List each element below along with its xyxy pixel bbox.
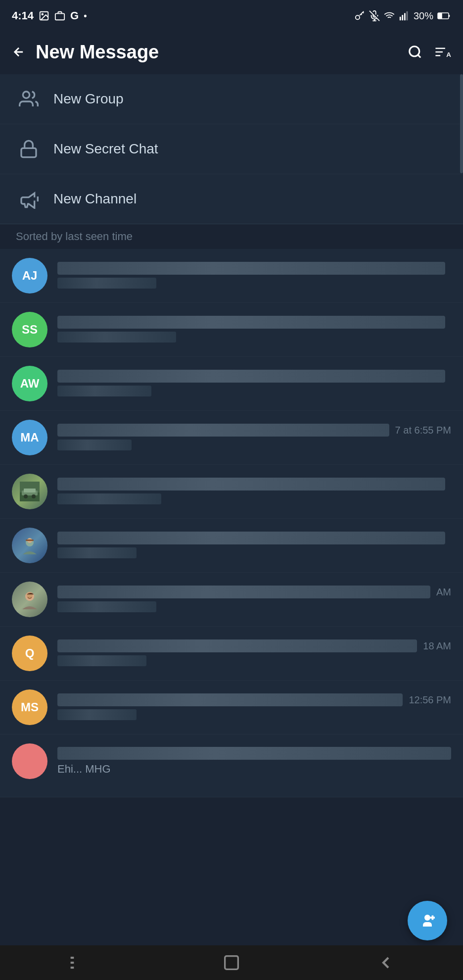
briefcase-icon: [54, 10, 65, 21]
sort-label: Sorted by last seen time: [0, 224, 463, 249]
avatar: SS: [12, 312, 47, 347]
contact-name: [57, 316, 445, 329]
contact-time: 18 AM: [423, 640, 451, 652]
svg-point-27: [32, 494, 36, 498]
mute-icon: [369, 10, 380, 21]
search-button[interactable]: [408, 45, 422, 59]
contact-last-msg: [57, 493, 161, 504]
svg-rect-30: [26, 539, 34, 541]
contact-last-msg: [57, 440, 132, 450]
status-time: 4:14: [12, 9, 34, 22]
svg-point-26: [24, 494, 28, 498]
battery-percent: 30%: [414, 10, 433, 22]
contact-info: 18 AM: [57, 639, 451, 667]
new-group-label: New Group: [53, 91, 124, 107]
contact-last-msg: [57, 601, 156, 612]
back-button[interactable]: [12, 45, 26, 59]
avatar: [12, 528, 47, 563]
svg-rect-11: [407, 11, 408, 20]
list-item[interactable]: Ehi... MHG: [0, 735, 463, 797]
contact-name: [57, 693, 403, 706]
contact-name: [57, 370, 445, 383]
new-secret-chat-item[interactable]: New Secret Chat: [0, 124, 463, 174]
contact-time: AM: [436, 587, 451, 598]
list-item[interactable]: SS: [0, 303, 463, 357]
bottom-nav: [0, 945, 463, 980]
contacts-list: AJ SS AW: [0, 249, 463, 797]
battery-icon: [437, 12, 451, 20]
header-actions: A: [408, 45, 451, 59]
svg-point-3: [356, 15, 360, 19]
list-item[interactable]: Q 18 AM: [0, 627, 463, 681]
avatar: Q: [12, 636, 47, 671]
new-channel-item[interactable]: New Channel: [0, 174, 463, 224]
list-item[interactable]: MS 12:56 PM: [0, 681, 463, 735]
avatar: [12, 474, 47, 509]
avatar: [12, 582, 47, 617]
contact-time: 7 at 6:55 PM: [395, 425, 451, 436]
svg-rect-39: [225, 956, 238, 970]
status-g: G: [70, 9, 79, 22]
new-group-item[interactable]: New Group: [0, 74, 463, 124]
contact-last-msg: [57, 332, 176, 343]
contact-info: 12:56 PM: [57, 693, 451, 721]
svg-point-19: [23, 92, 29, 98]
back-nav-button[interactable]: [376, 953, 396, 973]
wifi-icon: [384, 10, 395, 21]
lock-icon: [16, 136, 42, 162]
list-item[interactable]: AJ: [0, 249, 463, 303]
sort-button[interactable]: A: [434, 45, 451, 59]
list-item[interactable]: [0, 465, 463, 519]
svg-rect-2: [55, 13, 64, 20]
status-bar: 4:14 G • 30%: [0, 0, 463, 30]
list-item[interactable]: AM: [0, 573, 463, 627]
image-icon: [39, 10, 49, 21]
new-secret-chat-label: New Secret Chat: [53, 141, 158, 157]
status-right: 30%: [354, 10, 451, 22]
contact-name: [57, 262, 445, 275]
svg-rect-10: [404, 13, 406, 21]
menu-section: New Group New Secret Chat New Channel: [0, 74, 463, 224]
avatar: AJ: [12, 258, 47, 294]
contact-name: [57, 747, 451, 760]
contact-last-msg: [57, 386, 151, 396]
status-dot: •: [84, 11, 87, 21]
contact-last-msg: Ehi... MHG: [57, 763, 111, 775]
contact-last-msg: [57, 278, 156, 289]
add-contact-fab[interactable]: [408, 901, 447, 940]
svg-point-33: [424, 915, 430, 921]
svg-rect-20: [21, 148, 36, 157]
contact-info: [57, 532, 451, 559]
recents-nav-button[interactable]: [67, 953, 87, 973]
contact-name: [57, 424, 389, 437]
contact-info: [57, 370, 451, 397]
contact-time: 12:56 PM: [409, 694, 451, 706]
contact-last-msg: [57, 655, 146, 666]
people-icon: [16, 86, 42, 112]
signal-icon: [399, 10, 410, 21]
contact-info: [57, 478, 451, 505]
new-channel-label: New Channel: [53, 191, 137, 207]
svg-text:A: A: [446, 51, 451, 58]
avatar: MS: [12, 689, 47, 725]
key-icon: [354, 10, 365, 21]
avatar: [12, 743, 47, 779]
contact-info: 7 at 6:55 PM: [57, 424, 451, 451]
header: New Message A: [0, 30, 463, 74]
list-item[interactable]: AW: [0, 357, 463, 411]
home-nav-button[interactable]: [222, 953, 241, 973]
contact-info: AM: [57, 586, 451, 613]
contact-name: [57, 532, 445, 544]
scrollbar[interactable]: [460, 74, 463, 173]
contact-info: [57, 316, 451, 343]
contact-name: [57, 478, 445, 490]
svg-rect-25: [24, 489, 36, 492]
contact-name: [57, 639, 417, 652]
svg-rect-9: [402, 15, 403, 20]
list-item[interactable]: MA 7 at 6:55 PM: [0, 411, 463, 465]
contact-last-msg: [57, 709, 137, 720]
list-item[interactable]: [0, 519, 463, 573]
contact-last-msg: [57, 547, 137, 558]
svg-point-14: [410, 47, 419, 56]
svg-rect-8: [400, 17, 401, 20]
